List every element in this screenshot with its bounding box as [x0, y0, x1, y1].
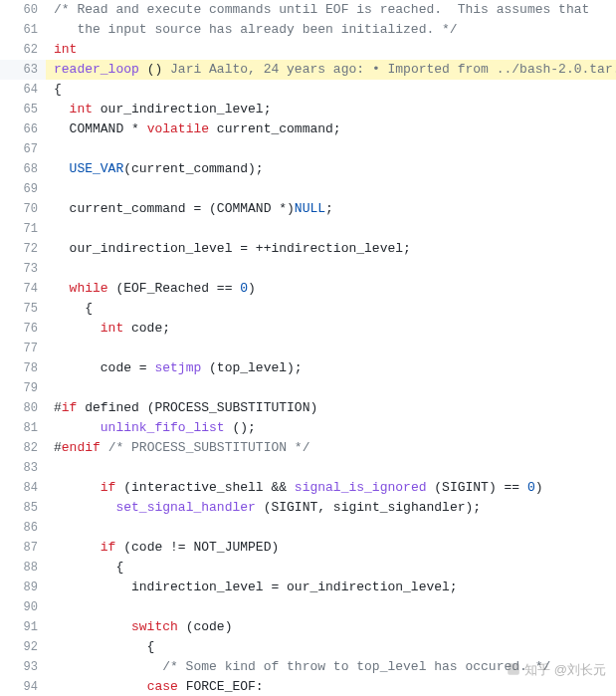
code-line[interactable]: 86	[0, 518, 616, 538]
line-content[interactable]: {	[46, 558, 616, 578]
line-number[interactable]: 75	[0, 299, 46, 319]
code-line[interactable]: 64{	[0, 80, 616, 100]
code-line[interactable]: 88 {	[0, 558, 616, 578]
code-line[interactable]: 87 if (code != NOT_JUMPED)	[0, 538, 616, 558]
line-content[interactable]: set_signal_handler (SIGINT, sigint_sigha…	[46, 498, 616, 518]
line-number[interactable]: 61	[0, 20, 46, 40]
code-line[interactable]: 81 unlink_fifo_list ();	[0, 418, 616, 438]
line-number[interactable]: 74	[0, 279, 46, 299]
line-content[interactable]: {	[46, 80, 616, 100]
line-content[interactable]: USE_VAR(current_command);	[46, 159, 616, 179]
line-number[interactable]: 64	[0, 80, 46, 100]
line-number[interactable]: 91	[0, 617, 46, 637]
line-number[interactable]: 70	[0, 199, 46, 219]
line-number[interactable]: 72	[0, 239, 46, 259]
line-content[interactable]: /* Some kind of throw to top_level has o…	[46, 657, 616, 677]
line-number[interactable]: 84	[0, 478, 46, 498]
line-content[interactable]	[46, 259, 616, 279]
line-content[interactable]: reader_loop () Jari Aalto, 24 years ago:…	[46, 60, 616, 80]
code-line[interactable]: 70 current_command = (COMMAND *)NULL;	[0, 199, 616, 219]
line-content[interactable]	[46, 179, 616, 199]
line-number[interactable]: 78	[0, 358, 46, 378]
code-line[interactable]: 93 /* Some kind of throw to top_level ha…	[0, 657, 616, 677]
line-number[interactable]: 71	[0, 219, 46, 239]
line-number[interactable]: 94	[0, 677, 46, 696]
line-content[interactable]: #if defined (PROCESS_SUBSTITUTION)	[46, 398, 616, 418]
line-number[interactable]: 67	[0, 139, 46, 159]
line-content[interactable]: int	[46, 40, 616, 60]
line-content[interactable]: int code;	[46, 319, 616, 339]
code-line[interactable]: 91 switch (code)	[0, 617, 616, 637]
code-line[interactable]: 63reader_loop () Jari Aalto, 24 years ag…	[0, 60, 616, 80]
line-content[interactable]: {	[46, 637, 616, 657]
line-number[interactable]: 66	[0, 119, 46, 139]
line-number[interactable]: 88	[0, 558, 46, 578]
line-number[interactable]: 81	[0, 418, 46, 438]
line-content[interactable]: /* Read and execute commands until EOF i…	[46, 0, 616, 20]
line-number[interactable]: 93	[0, 657, 46, 677]
line-content[interactable]: current_command = (COMMAND *)NULL;	[46, 199, 616, 219]
line-number[interactable]: 69	[0, 179, 46, 199]
line-number[interactable]: 92	[0, 637, 46, 657]
code-line[interactable]: 92 {	[0, 637, 616, 657]
code-line[interactable]: 72 our_indirection_level = ++indirection…	[0, 239, 616, 259]
line-number[interactable]: 77	[0, 339, 46, 358]
line-number[interactable]: 73	[0, 259, 46, 279]
line-content[interactable]: int our_indirection_level;	[46, 100, 616, 119]
code-line[interactable]: 89 indirection_level = our_indirection_l…	[0, 578, 616, 597]
line-number[interactable]: 80	[0, 398, 46, 418]
line-number[interactable]: 65	[0, 100, 46, 119]
line-content[interactable]: switch (code)	[46, 617, 616, 637]
code-line[interactable]: 75 {	[0, 299, 616, 319]
code-line[interactable]: 68 USE_VAR(current_command);	[0, 159, 616, 179]
code-line[interactable]: 83	[0, 458, 616, 478]
code-line[interactable]: 85 set_signal_handler (SIGINT, sigint_si…	[0, 498, 616, 518]
line-number[interactable]: 79	[0, 378, 46, 398]
line-number[interactable]: 85	[0, 498, 46, 518]
code-line[interactable]: 77	[0, 339, 616, 358]
line-content[interactable]	[46, 597, 616, 617]
code-line[interactable]: 90	[0, 597, 616, 617]
code-line[interactable]: 84 if (interactive_shell && signal_is_ig…	[0, 478, 616, 498]
line-content[interactable]: our_indirection_level = ++indirection_le…	[46, 239, 616, 259]
line-number[interactable]: 63	[0, 60, 46, 80]
code-line[interactable]: 74 while (EOF_Reached == 0)	[0, 279, 616, 299]
line-number[interactable]: 90	[0, 597, 46, 617]
line-content[interactable]	[46, 458, 616, 478]
line-number[interactable]: 86	[0, 518, 46, 538]
line-number[interactable]: 68	[0, 159, 46, 179]
line-content[interactable]: {	[46, 299, 616, 319]
line-content[interactable]: while (EOF_Reached == 0)	[46, 279, 616, 299]
line-content[interactable]: if (code != NOT_JUMPED)	[46, 538, 616, 558]
code-line[interactable]: 67	[0, 139, 616, 159]
line-content[interactable]	[46, 219, 616, 239]
code-line[interactable]: 62int	[0, 40, 616, 60]
line-content[interactable]: the input source has already been initia…	[46, 20, 616, 40]
line-number[interactable]: 89	[0, 578, 46, 597]
line-content[interactable]: code = setjmp (top_level);	[46, 358, 616, 378]
line-content[interactable]	[46, 378, 616, 398]
line-number[interactable]: 87	[0, 538, 46, 558]
line-content[interactable]	[46, 518, 616, 538]
line-content[interactable]	[46, 139, 616, 159]
code-line[interactable]: 78 code = setjmp (top_level);	[0, 358, 616, 378]
code-line[interactable]: 61 the input source has already been ini…	[0, 20, 616, 40]
code-line[interactable]: 94 case FORCE_EOF:	[0, 677, 616, 696]
code-line[interactable]: 65 int our_indirection_level;	[0, 100, 616, 119]
code-line[interactable]: 71	[0, 219, 616, 239]
line-number[interactable]: 62	[0, 40, 46, 60]
line-number[interactable]: 76	[0, 319, 46, 339]
code-line[interactable]: 66 COMMAND * volatile current_command;	[0, 119, 616, 139]
line-content[interactable]: if (interactive_shell && signal_is_ignor…	[46, 478, 616, 498]
line-number[interactable]: 60	[0, 0, 46, 20]
code-line[interactable]: 76 int code;	[0, 319, 616, 339]
code-line[interactable]: 69	[0, 179, 616, 199]
line-content[interactable]: case FORCE_EOF:	[46, 677, 616, 696]
code-line[interactable]: 73	[0, 259, 616, 279]
code-line[interactable]: 60/* Read and execute commands until EOF…	[0, 0, 616, 20]
line-content[interactable]: indirection_level = our_indirection_leve…	[46, 578, 616, 597]
line-content[interactable]: unlink_fifo_list ();	[46, 418, 616, 438]
line-number[interactable]: 83	[0, 458, 46, 478]
code-line[interactable]: 79	[0, 378, 616, 398]
line-content[interactable]: #endif /* PROCESS_SUBSTITUTION */	[46, 438, 616, 458]
